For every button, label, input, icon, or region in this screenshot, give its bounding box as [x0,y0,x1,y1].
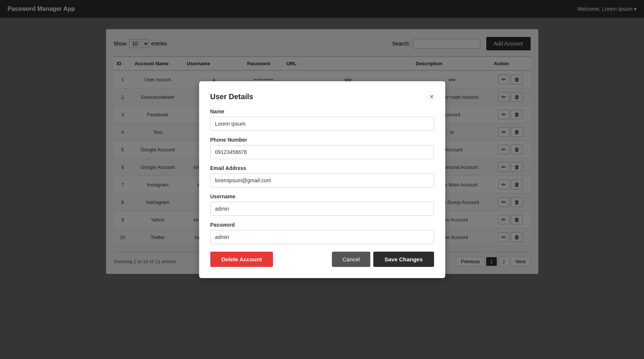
email-label: Email Address [210,165,434,171]
name-input[interactable] [210,117,434,131]
modal-footer-right: Cancel Save Changes [332,252,434,267]
name-field-group: Name [210,108,434,131]
phone-label: Phone Number [210,137,434,143]
modal-footer: Delete Account Cancel Save Changes [210,252,434,267]
phone-input[interactable] [210,145,434,159]
username-label: Username [210,193,434,199]
email-input[interactable] [210,173,434,188]
password-label: Password [210,222,434,228]
modal-overlay: User Details × Name Phone Number Email A… [0,0,644,359]
modal-header: User Details × [210,92,434,101]
password-field-group: Password [210,222,434,244]
modal-close-button[interactable]: × [430,93,434,100]
save-changes-button[interactable]: Save Changes [373,252,434,267]
email-field-group: Email Address [210,165,434,188]
user-details-modal: User Details × Name Phone Number Email A… [199,81,445,278]
phone-field-group: Phone Number [210,137,434,159]
cancel-button[interactable]: Cancel [332,252,370,267]
name-label: Name [210,108,434,114]
modal-title: User Details [210,92,254,101]
username-input[interactable] [210,202,434,216]
delete-account-button[interactable]: Delete Account [210,252,273,267]
username-field-group: Username [210,193,434,216]
password-input[interactable] [210,230,434,244]
